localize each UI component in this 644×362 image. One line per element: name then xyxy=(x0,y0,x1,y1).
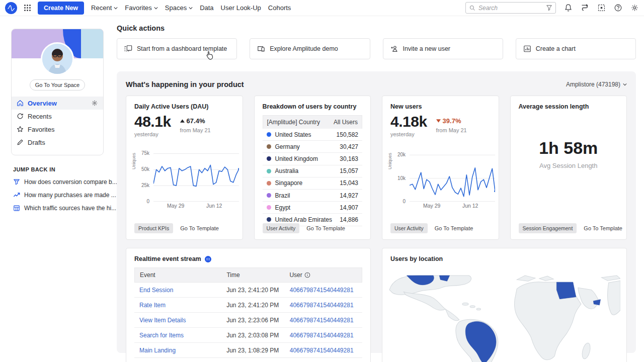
country-row[interactable]: United Kingdom30,163 xyxy=(263,153,363,165)
settings-gear-icon[interactable] xyxy=(630,4,639,12)
series-color-dot xyxy=(267,181,271,186)
user-id-link[interactable]: 4066798741540449281 xyxy=(290,302,357,309)
dau-change: 67.4% xyxy=(180,117,211,125)
go-to-your-space-button[interactable]: Go To Your Space xyxy=(30,79,85,90)
new-users-change-caption: from May 21 xyxy=(436,127,467,133)
session-tag[interactable]: Session Engagement xyxy=(519,223,577,233)
line-chart-icon xyxy=(13,192,20,199)
nav-cohorts-link[interactable]: Cohorts xyxy=(268,4,291,12)
quick-action-create-chart[interactable]: Create a chart xyxy=(516,38,636,59)
sidebar-item-favorites[interactable]: Favorites xyxy=(12,123,103,136)
all-users-col-header: All Users xyxy=(334,119,358,126)
quick-action-dashboard-template[interactable]: Start from a dashboard template xyxy=(117,38,237,59)
new-users-go-to-template-link[interactable]: Go To Template xyxy=(435,225,473,231)
session-caption: Avg Session Length xyxy=(511,162,627,169)
dau-card-title: Daily Active Users (DAU) xyxy=(134,103,234,110)
country-row[interactable]: Germany30,427 xyxy=(263,141,363,153)
event-link[interactable]: Main Landing xyxy=(139,347,226,354)
new-users-tag[interactable]: User Activity xyxy=(390,223,428,233)
quick-action-label: Create a chart xyxy=(536,45,576,52)
chevron-down-icon xyxy=(154,6,158,10)
help-icon[interactable] xyxy=(614,4,622,12)
nav-spaces-menu[interactable]: Spaces xyxy=(165,4,193,12)
table-icon xyxy=(13,205,20,212)
profile-card: Go To Your Space Overview Recents Favori… xyxy=(11,29,104,155)
pencil-icon xyxy=(17,139,24,146)
country-row[interactable]: United States150,582 xyxy=(263,129,363,141)
new-users-chart-plot xyxy=(410,150,495,202)
journeys-path-icon[interactable] xyxy=(581,4,589,12)
sidebar-item-label: Drafts xyxy=(28,139,45,146)
nav-recent-menu[interactable]: Recent xyxy=(91,4,118,12)
quick-actions-row: Start from a dashboard template Explore … xyxy=(117,38,636,59)
project-selector[interactable]: Amplistore (473198) xyxy=(566,81,627,88)
series-color-dot xyxy=(267,156,271,161)
panel-header: What's happening in your product Amplist… xyxy=(126,80,627,88)
country-row[interactable]: Egypt14,907 xyxy=(263,202,363,214)
dau-tag[interactable]: Product KPIs xyxy=(134,223,173,233)
event-row: End SessionJun 23, 2:41:20 PM40667987415… xyxy=(134,283,362,298)
quick-action-explore-demo[interactable]: Explore Amplitude demo xyxy=(250,38,370,59)
jump-item-traffic-sources[interactable]: Which traffic sources have the hi... xyxy=(13,205,104,212)
sidebar-item-label: Favorites xyxy=(28,126,54,133)
live-pause-icon[interactable] xyxy=(205,256,211,262)
new-users-title: New users xyxy=(390,103,491,110)
nav-data-label: Data xyxy=(200,4,213,12)
star-icon xyxy=(17,126,24,133)
jump-item-conversion[interactable]: How does conversion compare b... xyxy=(13,178,104,186)
create-new-button[interactable]: Create New xyxy=(38,2,84,15)
country-tag[interactable]: User Activity xyxy=(263,223,300,233)
filter-funnel-icon[interactable] xyxy=(546,5,552,11)
nav-favorites-menu[interactable]: Favorites xyxy=(125,4,157,12)
search-input[interactable] xyxy=(478,5,543,12)
y-tick-label: 0 xyxy=(403,199,406,204)
dau-go-to-template-link[interactable]: Go To Template xyxy=(180,225,219,231)
event-row: Rate ItemJun 23, 2:41:20 PM4066798741540… xyxy=(134,298,362,313)
info-icon[interactable] xyxy=(304,272,310,278)
nav-user-lookup-link[interactable]: User Look-Up xyxy=(221,4,261,12)
profile-banner xyxy=(12,29,103,58)
select-region-icon[interactable] xyxy=(597,4,606,12)
avatar[interactable] xyxy=(41,42,74,75)
session-go-to-template-link[interactable]: Go To Template xyxy=(584,225,622,231)
new-users-change: 39.7% xyxy=(436,117,467,125)
world-map[interactable]: + − xyxy=(388,275,620,362)
space-settings-gear-icon[interactable] xyxy=(91,100,98,107)
notifications-bell-icon[interactable] xyxy=(564,4,573,12)
event-link[interactable]: End Session xyxy=(139,287,226,294)
quick-action-invite-user[interactable]: Invite a new user xyxy=(383,38,503,59)
y-tick-label: 75k xyxy=(141,150,149,156)
jump-back-in-section: JUMP BACK IN How does conversion compare… xyxy=(11,166,104,212)
nav-data-link[interactable]: Data xyxy=(200,4,213,12)
jump-item-purchases[interactable]: How many purchases are made ... xyxy=(13,192,104,199)
panel-title: What's happening in your product xyxy=(126,80,244,88)
dau-card-footer: Product KPIs Go To Template xyxy=(134,223,219,233)
country-row[interactable]: Brazil14,927 xyxy=(263,190,363,202)
x-tick-label: May 29 xyxy=(167,203,184,209)
sidebar-item-overview[interactable]: Overview xyxy=(12,97,103,110)
country-go-to-template-link[interactable]: Go To Template xyxy=(306,225,345,231)
event-link[interactable]: View Item Details xyxy=(139,317,226,324)
nav-spaces-label: Spaces xyxy=(165,4,187,12)
dau-stats: 48.1k yesterday 67.4% from May 21 xyxy=(134,114,234,137)
user-id-link[interactable]: 4066798741540449281 xyxy=(290,347,357,354)
event-link[interactable]: Rate Item xyxy=(139,302,226,309)
sidebar-item-recents[interactable]: Recents xyxy=(12,110,103,123)
y-tick-label: 50k xyxy=(141,166,149,172)
recents-clock-icon xyxy=(17,113,24,120)
user-id-link[interactable]: 4066798741540449281 xyxy=(290,317,357,324)
user-id-link[interactable]: 4066798741540449281 xyxy=(290,332,357,339)
event-link[interactable]: Search for Items xyxy=(139,332,226,339)
sidebar-item-drafts[interactable]: Drafts xyxy=(12,136,103,149)
demo-monitor-icon xyxy=(257,45,265,53)
user-id-link[interactable]: 4066798741540449281 xyxy=(290,287,357,294)
chevron-down-icon xyxy=(623,82,627,86)
map-card-title: Users by location xyxy=(390,255,618,262)
series-color-dot xyxy=(267,217,271,222)
search-box[interactable] xyxy=(465,2,556,14)
event-stream-title: Realtime event stream xyxy=(134,255,201,262)
amplitude-logo-icon[interactable] xyxy=(5,2,17,14)
country-row[interactable]: Singapore15,043 xyxy=(263,177,363,190)
app-grid-icon[interactable] xyxy=(24,5,31,11)
country-row[interactable]: Australia15,057 xyxy=(263,165,363,177)
